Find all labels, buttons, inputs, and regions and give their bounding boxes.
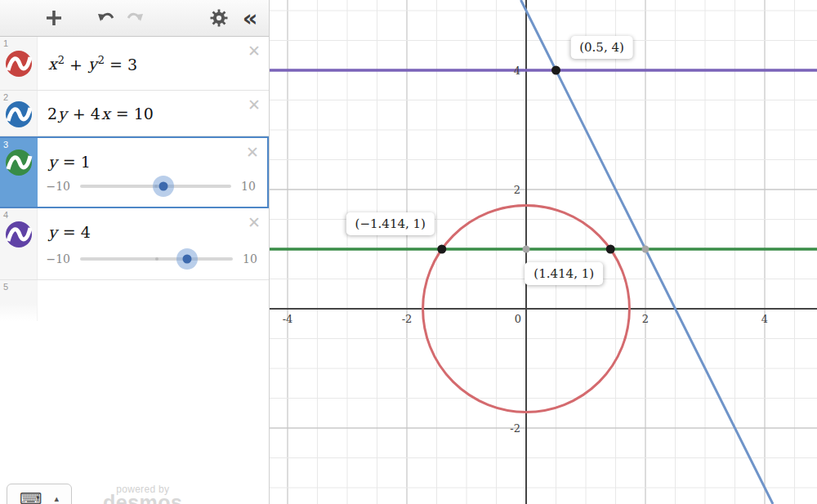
expression-row-2[interactable]: 2 2y + 4x = 10 ✕ [0,91,269,136]
expression-gutter: 4 [0,208,38,279]
expression-row-5-empty[interactable]: 5 [0,280,269,321]
x-tick-label: 4 [761,313,768,325]
expression-row-1[interactable]: 1 x2 + y2 = 3 ✕ [0,37,269,91]
expression-color-icon[interactable] [5,50,33,81]
undo-arrow-icon [96,10,116,26]
graph-point-gray[interactable] [642,246,650,253]
x-tick-label: 0 [515,313,521,325]
toolbar: « [0,0,269,37]
expression-content[interactable]: x2 + y2 = 3 ✕ [38,37,269,90]
expression-color-icon[interactable] [5,149,33,180]
y-tick-label: 2 [514,184,520,196]
close-icon[interactable]: ✕ [248,97,261,113]
expression-latex[interactable]: y = 4 [47,223,91,241]
show-keyboard-button[interactable]: ⌨ ▴ [7,484,72,504]
slider-max-label: 10 [241,180,259,193]
graph-paper[interactable]: -4-202442-2 (0.5, 4)(−1.414, 1)(1.414, 1… [270,0,817,504]
close-icon[interactable]: ✕ [248,43,261,59]
double-chevron-left-icon: « [243,7,258,29]
slider: −10 10 [38,248,269,270]
slider-max-label: 10 [243,252,261,265]
slider-min-label: −10 [44,180,70,193]
expression-latex[interactable]: x2 + y2 = 3 [47,54,137,73]
keyboard-icon: ⌨ [20,489,42,504]
y-tick-label: -2 [510,422,520,435]
expression-latex[interactable]: y = 1 [47,153,91,171]
graph-point-black[interactable] [606,245,615,254]
slider-handle[interactable] [153,176,174,197]
expression-gutter: 3 [0,138,38,207]
desmos-watermark: powered by desmos [103,484,182,504]
graph-point-black[interactable] [437,245,446,254]
desmos-logo-text: desmos [103,495,182,504]
expression-content[interactable] [38,280,269,321]
redo-button[interactable] [123,7,146,29]
desmos-wave-icon [5,50,33,78]
desmos-wave-icon [5,100,33,128]
expression-latex[interactable]: 2y + 4x = 10 [47,105,154,123]
x-tick-label: 2 [642,313,649,325]
slider-track[interactable] [80,185,231,188]
expression-color-icon[interactable] [5,221,33,252]
expression-content[interactable]: 2y + 4x = 10 ✕ [38,91,269,136]
expression-color-icon[interactable] [5,100,33,132]
expression-sidebar: « 1 x2 + y2 = 3 ✕ 2 [0,0,270,504]
row-number: 4 [3,210,8,220]
expression-content[interactable]: y = 4 ✕ −10 10 [38,208,269,279]
slider-handle-dot [158,182,167,191]
desmos-wave-icon [5,149,33,176]
x-tick-label: -4 [283,313,293,325]
slider-handle-dot [182,255,191,264]
graph-canvas[interactable]: -4-202442-2 [270,0,817,504]
slider-min-label: −10 [44,252,70,265]
caret-up-icon: ▴ [54,493,59,504]
slider-track[interactable] [80,257,233,261]
graph-point-gray[interactable] [523,246,530,253]
expression-gutter: 1 [0,37,38,90]
undo-button[interactable] [95,7,118,29]
desmos-app: « 1 x2 + y2 = 3 ✕ 2 [0,0,817,504]
settings-button[interactable] [208,7,230,29]
collapse-panel-button[interactable]: « [239,7,261,29]
close-icon[interactable]: ✕ [248,215,261,230]
plus-icon [44,8,64,28]
slider-center-tick [155,257,158,261]
row-number: 5 [3,282,8,292]
close-icon[interactable]: ✕ [246,145,259,160]
redo-arrow-icon [125,10,145,26]
expression-row-4[interactable]: 4 y = 4 ✕ −10 10 [0,208,269,280]
desmos-wave-icon [5,221,33,248]
expression-gutter: 5 [0,280,38,321]
y-tick-label: 4 [514,65,520,77]
row-number: 1 [3,38,8,48]
slider-handle[interactable] [176,248,198,270]
expression-row-3[interactable]: 3 y = 1 ✕ −10 10 [0,136,269,208]
expression-gutter: 2 [0,91,38,136]
slider: −10 10 [38,176,267,197]
gear-icon [209,8,229,28]
add-expression-button[interactable] [42,7,65,29]
x-tick-label: -2 [402,313,413,325]
graph-point-black[interactable] [551,66,560,75]
expression-content[interactable]: y = 1 ✕ −10 10 [38,138,269,207]
